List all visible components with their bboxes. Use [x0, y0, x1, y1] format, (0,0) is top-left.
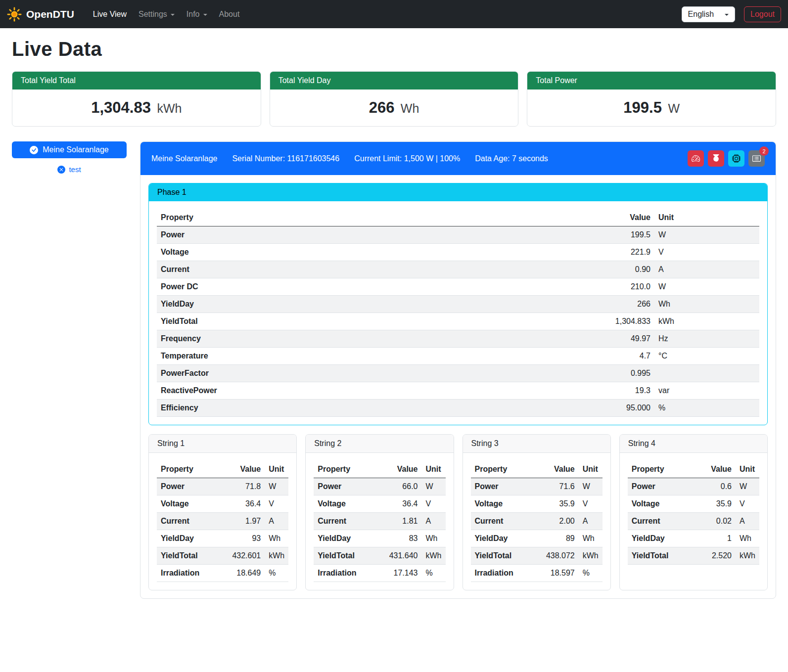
- property-name: Temperature: [157, 348, 455, 365]
- table-row: YieldDay 93 Wh: [157, 530, 288, 547]
- property-name: Power: [157, 226, 455, 244]
- summary-card-value: 1,304.83: [91, 99, 151, 116]
- table-row: Voltage 221.9 V: [157, 244, 759, 261]
- property-name: YieldDay: [157, 530, 217, 547]
- table-row: YieldTotal 438.072 kWh: [471, 547, 603, 565]
- property-name: Power: [157, 478, 217, 495]
- property-value: 71.6: [531, 478, 579, 495]
- table-row: Power 199.5 W: [157, 226, 759, 244]
- summary-card-title: Total Yield Day: [270, 72, 518, 90]
- property-value: 36.4: [217, 495, 265, 513]
- property-value: 4.7: [455, 348, 654, 365]
- property-unit: W: [654, 278, 759, 296]
- property-unit: [654, 365, 759, 382]
- inverter-limit: Current Limit: 1,500 W | 100%: [354, 154, 460, 163]
- page-content: Live Data Total Yield Total 1,304.83 kWh…: [0, 28, 788, 613]
- property-unit: A: [736, 513, 759, 530]
- phase-panel-title: Phase 1: [149, 183, 767, 201]
- string-table: Property Value Unit Power 0.6 W Voltage …: [628, 461, 759, 565]
- property-unit: Wh: [736, 530, 759, 547]
- column-header-property: Property: [157, 461, 217, 478]
- property-name: YieldTotal: [157, 313, 455, 330]
- column-header-property: Property: [628, 461, 688, 478]
- string-card-body: Property Value Unit Power 0.6 W Voltage …: [620, 453, 767, 573]
- cpu-icon: [732, 154, 741, 163]
- column-header-unit: Unit: [736, 461, 759, 478]
- phase-table: Property Value Unit Power 199.5 W Voltag…: [157, 209, 759, 417]
- property-unit: Hz: [654, 330, 759, 348]
- property-unit: kWh: [579, 547, 603, 565]
- property-unit: W: [422, 478, 446, 495]
- event-log-button[interactable]: 2: [748, 150, 765, 167]
- string-table-head: Property Value Unit: [157, 461, 288, 478]
- property-unit: A: [422, 513, 446, 530]
- property-name: YieldTotal: [628, 547, 688, 565]
- table-row: YieldTotal 1,304.833 kWh: [157, 313, 759, 330]
- nav-live-view[interactable]: Live View: [87, 6, 133, 23]
- property-name: YieldDay: [628, 530, 688, 547]
- nav-about[interactable]: About: [213, 6, 246, 23]
- property-name: Voltage: [471, 495, 531, 513]
- inverter-item-test[interactable]: test: [12, 165, 127, 174]
- string-table-body: Power 71.8 W Voltage 36.4 V Current 1.97…: [157, 478, 288, 582]
- property-value: 36.4: [374, 495, 422, 513]
- property-name: Power DC: [157, 278, 455, 296]
- inverter-select-button[interactable]: Meine Solaranlage: [12, 141, 127, 158]
- property-value: 0.6: [688, 478, 736, 495]
- phase-table-body: Power 199.5 W Voltage 221.9 V Current 0.…: [157, 226, 759, 417]
- property-unit: A: [654, 261, 759, 278]
- string-table: Property Value Unit Power 66.0 W Voltage…: [314, 461, 445, 582]
- property-value: 83: [374, 530, 422, 547]
- property-name: PowerFactor: [157, 365, 455, 382]
- property-unit: A: [265, 513, 288, 530]
- string-table-head: Property Value Unit: [628, 461, 759, 478]
- property-value: 17.143: [374, 565, 422, 582]
- property-name: Irradiation: [471, 565, 531, 582]
- nav-info[interactable]: Info: [181, 6, 213, 23]
- property-unit: kWh: [265, 547, 288, 565]
- string-card-3: String 3 Property Value Unit: [463, 434, 611, 590]
- string-card-body: Property Value Unit Power 71.6 W Voltage…: [463, 453, 610, 590]
- table-row: Efficiency 95.000 %: [157, 400, 759, 417]
- string-table: Property Value Unit Power 71.6 W Voltage…: [471, 461, 603, 582]
- property-value: 35.9: [688, 495, 736, 513]
- language-select[interactable]: English: [682, 6, 735, 22]
- inverter-card-body: Phase 1 Property Value Unit Power: [140, 175, 776, 598]
- caret-down-icon: [171, 14, 175, 16]
- limit-settings-button[interactable]: [688, 150, 704, 167]
- summary-card-value: 199.5: [623, 99, 662, 116]
- power-toggle-button[interactable]: [708, 150, 724, 167]
- strings-row: String 1 Property Value Unit: [148, 434, 768, 590]
- property-unit: %: [579, 565, 603, 582]
- property-value: 210.0: [455, 278, 654, 296]
- brand[interactable]: OpenDTU: [7, 7, 74, 22]
- property-value: 0.90: [455, 261, 654, 278]
- property-unit: Wh: [422, 530, 446, 547]
- inverter-header-actions: 2: [688, 150, 765, 167]
- logout-button[interactable]: Logout: [744, 6, 781, 22]
- property-value: 2.00: [531, 513, 579, 530]
- string-table-head: Property Value Unit: [471, 461, 603, 478]
- event-count-badge: 2: [759, 146, 769, 156]
- string-table-body: Power 66.0 W Voltage 36.4 V Current 1.81…: [314, 478, 445, 582]
- phase-panel-body: Property Value Unit Power 199.5 W Voltag…: [149, 201, 767, 425]
- property-unit: W: [579, 478, 603, 495]
- column-header-unit: Unit: [579, 461, 603, 478]
- property-name: YieldDay: [157, 296, 455, 313]
- device-info-button[interactable]: [728, 150, 744, 167]
- property-value: 1.81: [374, 513, 422, 530]
- property-unit: kWh: [422, 547, 446, 565]
- string-card-2: String 2 Property Value Unit: [305, 434, 454, 590]
- property-name: Power: [314, 478, 374, 495]
- table-row: YieldDay 266 Wh: [157, 296, 759, 313]
- nav-settings[interactable]: Settings: [133, 6, 181, 23]
- property-name: YieldTotal: [157, 547, 217, 565]
- inverter-name: Meine Solaranlage: [151, 154, 217, 163]
- property-unit: W: [654, 226, 759, 244]
- string-table-body: Power 0.6 W Voltage 35.9 V Current 0.02 …: [628, 478, 759, 565]
- property-value: 438.072: [531, 547, 579, 565]
- column-header-unit: Unit: [265, 461, 288, 478]
- property-name: Irradiation: [157, 565, 217, 582]
- property-name: Current: [471, 513, 531, 530]
- summary-card-body: 1,304.83 kWh: [12, 90, 261, 126]
